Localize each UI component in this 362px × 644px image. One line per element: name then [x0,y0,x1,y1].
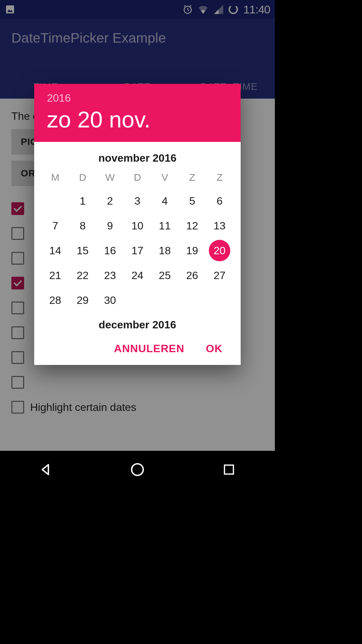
calendar-day[interactable]: 11 [151,213,179,238]
calendar-day[interactable]: 29 [69,288,97,313]
home-button[interactable] [127,460,147,480]
weekday-label: D [124,166,151,189]
svg-point-11 [132,464,143,476]
calendar-empty [179,288,206,313]
calendar-day[interactable]: 1 [69,189,97,213]
calendar-day[interactable]: 6 [206,189,233,213]
weekday-label: Z [206,166,233,189]
calendar-empty [124,288,151,313]
weekday-label: M [42,166,69,189]
calendar-day[interactable]: 26 [179,263,206,288]
calendar-day[interactable]: 5 [179,189,206,213]
back-button[interactable] [36,460,56,480]
weekday-label: W [96,166,124,189]
calendar-day[interactable]: 17 [124,238,151,263]
calendar-day[interactable]: 25 [151,263,179,288]
recent-button[interactable] [219,460,239,480]
calendar-day[interactable]: 3 [124,189,151,213]
calendar-day[interactable]: 19 [179,238,206,263]
calendar-day[interactable]: 12 [179,213,206,238]
calendar-day[interactable]: 23 [96,263,124,288]
calendar-day[interactable]: 24 [124,263,151,288]
date-picker-dialog: 2016 zo 20 nov. november 2016 MDWDVZZ 12… [34,84,241,365]
ok-button[interactable]: OK [206,342,223,355]
date-picker-header: 2016 zo 20 nov. [34,84,241,142]
navigation-bar [0,451,275,488]
calendar-day[interactable]: 15 [69,238,97,263]
year-selector[interactable]: 2016 [47,92,228,104]
calendar-day[interactable]: 10 [124,213,151,238]
calendar-day[interactable]: 4 [151,189,179,213]
calendar-day[interactable]: 22 [69,263,97,288]
svg-rect-12 [225,465,234,474]
next-month-title: december 2016 [42,313,233,334]
calendar-day[interactable]: 21 [42,263,69,288]
calendar-day[interactable]: 13 [206,213,233,238]
calendar-day[interactable]: 8 [69,213,97,238]
calendar-day[interactable]: 27 [206,263,233,288]
calendar-day[interactable]: 20 [206,238,233,263]
weekday-label: Z [179,166,206,189]
month-title: november 2016 [42,145,233,166]
calendar-day[interactable]: 28 [42,288,69,313]
weekday-label: D [69,166,97,189]
calendar-empty [206,288,233,313]
calendar-day[interactable]: 2 [96,189,124,213]
calendar-grid: MDWDVZZ 12345678910111213141516171819202… [42,166,233,313]
calendar-day[interactable]: 9 [96,213,124,238]
calendar-day[interactable]: 16 [96,238,124,263]
calendar-empty [42,189,69,213]
calendar-day[interactable]: 18 [151,238,179,263]
calendar-day[interactable]: 30 [96,288,124,313]
calendar-day[interactable]: 7 [42,213,69,238]
weekday-label: V [151,166,179,189]
cancel-button[interactable]: ANNULEREN [114,342,184,355]
date-display[interactable]: zo 20 nov. [47,106,228,132]
calendar-empty [151,288,179,313]
svg-marker-10 [42,465,48,474]
calendar-day[interactable]: 14 [42,238,69,263]
